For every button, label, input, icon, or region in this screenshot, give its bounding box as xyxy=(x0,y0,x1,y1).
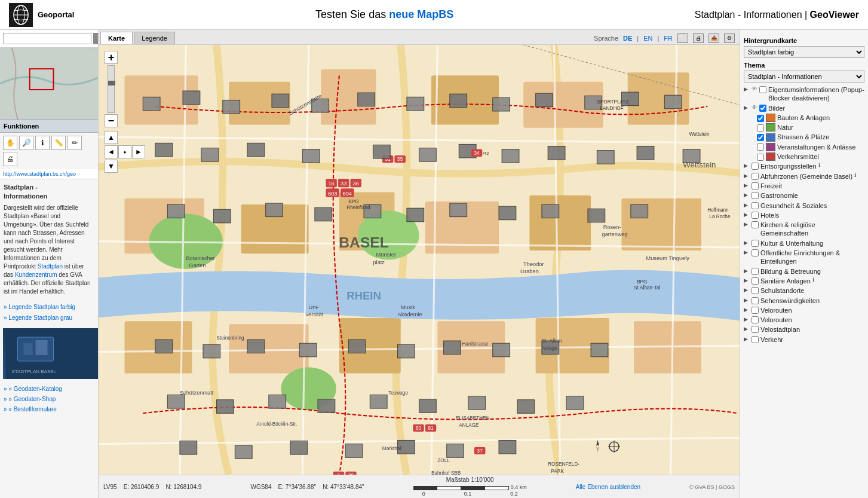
zoom-out-btn[interactable]: − xyxy=(105,114,118,127)
svg-text:Uni-: Uni- xyxy=(309,304,319,310)
layer-kirchen[interactable]: ▶ Kirchen & religiöse Gemeinschaften xyxy=(744,221,864,238)
svg-text:Akademie: Akademie xyxy=(398,311,422,317)
neue-mapbs-link[interactable]: neue MapBS xyxy=(389,8,453,20)
tab-legende[interactable]: Legende xyxy=(134,32,175,44)
zoom-in-btn[interactable]: + xyxy=(105,51,118,64)
check-kultur[interactable] xyxy=(752,240,759,247)
lv95-label: LV95 xyxy=(103,484,117,490)
tab-karte[interactable]: Karte xyxy=(100,32,133,44)
layer-verkehr[interactable]: ▶ Verkehr xyxy=(744,335,864,344)
check-gesundheit[interactable] xyxy=(752,202,759,209)
lang-en[interactable]: EN xyxy=(643,35,652,42)
layer-abfuhrzonen[interactable]: ▶ Abfuhrzonen (Gemeinde Basel) ℹ xyxy=(744,172,864,181)
bestellformulare-link[interactable]: » Bestellformulare xyxy=(4,404,94,414)
icon-bauten xyxy=(766,114,775,122)
svg-rect-64 xyxy=(358,93,375,106)
url-link[interactable]: http://www.stadtplan.bs.ch/geo xyxy=(3,171,76,177)
lang-de[interactable]: DE xyxy=(623,35,632,42)
map-view[interactable]: BASEL RHEIN 16 33 36 603 604 31 55 xyxy=(99,45,740,475)
hand-tool[interactable]: ✋ xyxy=(3,136,17,150)
layer-schulstandorte[interactable]: ▶ Schulstandorte xyxy=(744,286,864,295)
zoom-tool[interactable]: 🔎 xyxy=(19,136,33,150)
hintergrundkarte-select[interactable]: Stadtplan farbig Stadtplan grau xyxy=(744,46,864,58)
check-verkehr[interactable] xyxy=(752,336,759,343)
geodaten-shop-link[interactable]: » Geodaten-Shop xyxy=(4,394,94,404)
check-entsorgungsstellen[interactable] xyxy=(752,163,759,170)
search-input[interactable] xyxy=(3,33,91,44)
fullscreen-btn[interactable]: ⬜ xyxy=(677,33,688,43)
svg-text:1: 1 xyxy=(338,473,341,475)
check-bauten[interactable] xyxy=(757,115,764,122)
layer-kultur[interactable]: ▶ Kultur & Unterhaltung xyxy=(744,239,864,248)
check-strassen[interactable] xyxy=(757,134,764,141)
check-schulstandorte[interactable] xyxy=(752,287,759,294)
info-icon-sanitaere[interactable]: ℹ xyxy=(812,277,814,283)
layer-bildung[interactable]: ▶ Bildung & Betreuung xyxy=(744,267,864,276)
check-bildung[interactable] xyxy=(752,268,759,275)
check-verkehrsmittel[interactable] xyxy=(757,154,764,161)
check-gastronomie[interactable] xyxy=(752,192,759,199)
edit-tool[interactable]: ✏ xyxy=(68,136,82,150)
credits-bar: © GVA BS | GOGS xyxy=(689,484,735,490)
check-sport[interactable] xyxy=(752,307,759,314)
layer-sanitaere[interactable]: ▶ Sanitäre Anlagen ℹ xyxy=(744,277,864,285)
info-icon-entsorgungsstellen[interactable]: ℹ xyxy=(818,162,820,168)
settings-btn[interactable]: ⚙ xyxy=(724,33,735,43)
layer-freizeit[interactable]: ▶ Freizeit xyxy=(744,182,864,190)
check-hotels[interactable] xyxy=(752,212,759,219)
check-sanitaere[interactable] xyxy=(752,277,759,285)
label-gesundheit: Gesundheit & Soziales xyxy=(760,201,827,210)
check-sehensw[interactable] xyxy=(752,297,759,304)
check-velorouten[interactable] xyxy=(752,316,759,323)
massstab-label: Maßstab 1:10'000 xyxy=(446,476,494,483)
navigate-right-btn[interactable]: ► xyxy=(132,145,145,158)
svg-rect-71 xyxy=(664,95,682,109)
minimap[interactable] xyxy=(0,48,98,120)
url-bar[interactable]: http://www.stadtplan.bs.ch/geo xyxy=(0,169,98,179)
layer-entsorgungsstellen[interactable]: ▶ Entsorgungsstellen ℹ xyxy=(744,162,864,170)
print-map-btn[interactable]: 🖨 xyxy=(693,33,704,43)
kundenzentrum-link[interactable]: Kundenzentrum xyxy=(15,271,57,278)
layer-sehensw[interactable]: ▶ Sehenswürdigkeiten xyxy=(744,297,864,305)
check-oeffentliche[interactable] xyxy=(752,249,759,256)
print-tool[interactable]: 🖨 xyxy=(3,152,17,166)
layer-velorouten[interactable]: ▶ Velorouten xyxy=(744,316,864,324)
check-abfuhrzonen[interactable] xyxy=(752,173,759,180)
check-natur[interactable] xyxy=(757,124,764,132)
check-veranstaltungen[interactable] xyxy=(757,143,764,151)
check-eigentumsinformationen[interactable] xyxy=(759,86,766,93)
legende-farbig-link[interactable]: » Legende Stadtplan farbig xyxy=(4,302,94,313)
check-freizeit[interactable] xyxy=(752,182,759,190)
search-button[interactable]: 🔍 xyxy=(93,33,99,44)
layer-bilder[interactable]: ▶ 👁 Bilder xyxy=(744,104,864,112)
layer-hotels[interactable]: ▶ Hotels xyxy=(744,211,864,219)
measure-tool[interactable]: 📏 xyxy=(51,136,66,150)
arrow-verkehr: ▶ xyxy=(744,336,750,342)
icon-verkehrsmittel xyxy=(766,152,775,161)
layer-sport[interactable]: ▶ Velorouten xyxy=(744,306,864,314)
layer-velostadtplan[interactable]: ▶ Velostadtplan xyxy=(744,325,864,334)
svg-rect-79 xyxy=(502,149,519,163)
info-icon-abfuhrzonen[interactable]: ℹ xyxy=(854,172,856,178)
navigate-down-btn[interactable]: ▼ xyxy=(105,160,118,173)
info-tool[interactable]: ℹ xyxy=(35,136,50,150)
layer-gesundheit[interactable]: ▶ Gesundheit & Soziales xyxy=(744,201,864,210)
layer-gastronomie[interactable]: ▶ Gastronomie xyxy=(744,191,864,200)
navigate-center-btn[interactable]: ● xyxy=(118,145,131,158)
legende-grau-link[interactable]: » Legende Stadtplan grau xyxy=(4,313,94,323)
check-kirchen[interactable] xyxy=(752,221,759,228)
navigate-left-btn[interactable]: ◄ xyxy=(105,145,118,158)
n-coord: N: 1268104.9 xyxy=(165,484,201,490)
geodaten-katalog-link[interactable]: » Geodaten-Katalog xyxy=(4,384,94,394)
stadtplan-link[interactable]: Stadtplan xyxy=(38,263,63,270)
zoom-slider[interactable] xyxy=(108,65,115,113)
check-velostadtplan[interactable] xyxy=(752,326,759,333)
layer-oeffentliche[interactable]: ▶ Öffentliche Einrichtungen & Einteilung… xyxy=(744,249,864,266)
thema-select[interactable]: Stadtplan - Informationen xyxy=(744,71,864,83)
lang-fr[interactable]: FR xyxy=(664,35,673,42)
alle-ausblenden-link[interactable]: Alle Ebenen ausblenden xyxy=(576,484,640,490)
check-bilder[interactable] xyxy=(759,105,766,112)
share-btn[interactable]: 📤 xyxy=(708,33,719,43)
layer-eigentumsinformationen[interactable]: ▶ 👁 Eigentumsinformationen (Popup-Blocke… xyxy=(744,85,864,103)
navigate-up-btn[interactable]: ▲ xyxy=(105,131,118,144)
